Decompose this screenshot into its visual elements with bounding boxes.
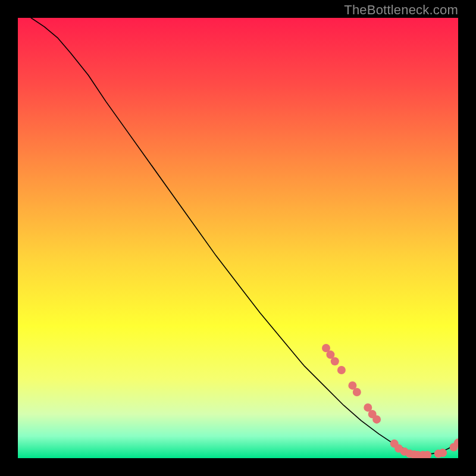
data-marker	[372, 415, 381, 424]
chart-svg	[18, 18, 458, 458]
gradient-background	[18, 18, 458, 458]
data-marker	[337, 366, 346, 374]
watermark-text: TheBottleneck.com	[344, 2, 458, 18]
chart-container: TheBottleneck.com	[0, 0, 476, 476]
data-marker	[331, 357, 339, 365]
data-marker	[353, 388, 361, 396]
data-marker	[439, 449, 447, 457]
plot-area	[18, 18, 458, 458]
